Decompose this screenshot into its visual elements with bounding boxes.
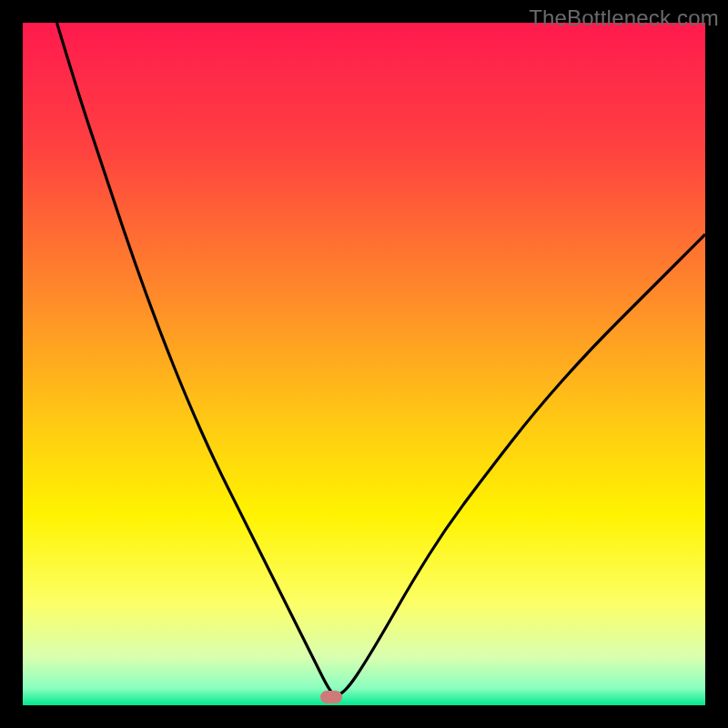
watermark-text: TheBottleneck.com <box>529 5 719 31</box>
chart-svg <box>23 23 705 705</box>
optimum-marker <box>320 691 342 703</box>
chart-background <box>23 23 705 705</box>
chart-plot-area <box>23 23 705 705</box>
